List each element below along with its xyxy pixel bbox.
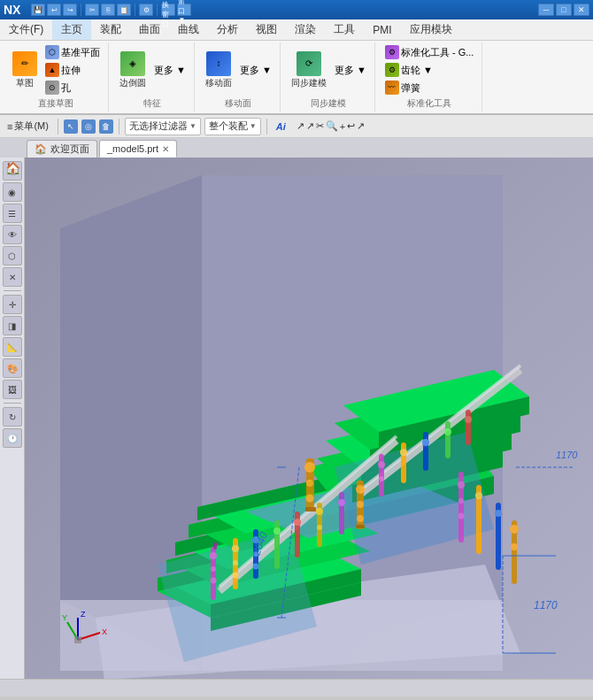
svg-point-48 — [253, 564, 259, 570]
3d-viewport-canvas: 2040 1170 1170 X Y Z — [25, 158, 593, 679]
undo-button[interactable]: ↩ — [47, 4, 61, 16]
sketch-icon: ✏ — [12, 51, 37, 76]
filter-dropdown[interactable]: 无选择过滤器 ▼ — [125, 118, 201, 135]
svg-rect-56 — [339, 492, 344, 535]
scope-dropdown[interactable]: 整个装配 ▼ — [204, 118, 261, 135]
tab-welcome[interactable]: 🏠 欢迎页面 — [27, 140, 97, 158]
window-controls[interactable]: ─ □ ✕ — [538, 4, 589, 16]
sidebar-measure-button[interactable]: 📐 — [3, 337, 22, 357]
gear-button[interactable]: ⚙ 齿轮 ▼ — [382, 62, 477, 78]
hole-button[interactable]: ⊙ 孔 — [42, 80, 103, 96]
svg-point-52 — [294, 519, 301, 526]
sidebar-rotate-button[interactable]: ↻ — [3, 407, 22, 427]
svg-point-38 — [210, 552, 217, 559]
tab-model-close[interactable]: ✕ — [162, 144, 169, 154]
sidebar-visibility-button[interactable]: 👁 — [3, 225, 22, 244]
sketch-button[interactable]: ✏ 草图 — [9, 50, 41, 91]
menu-assembly[interactable]: 装配 — [91, 19, 130, 40]
cut-button[interactable]: ✂ — [85, 4, 99, 16]
more3-button[interactable]: 更多 ▼ — [332, 63, 369, 78]
plane-label: 基准平面 — [61, 46, 100, 59]
svg-rect-51 — [295, 512, 300, 558]
filter-arrow: ▼ — [189, 122, 196, 130]
sidebar-wireframe-button[interactable]: ⬡ — [3, 246, 22, 265]
extrude-button[interactable]: ▲ 拉伸 — [42, 62, 103, 78]
minimize-button[interactable]: ─ — [538, 4, 554, 16]
ribbon-group-std: ⚙ 标准化工具 - G... ⚙ 齿轮 ▼ 〰 弹簧 标准化工具 — [377, 42, 483, 112]
toolbar: ≡ 菜单(M) ↖ ◎ 🗑 无选择过滤器 ▼ 整个装配 ▼ Ai ↗ ↗ ✂ 🔍… — [0, 115, 593, 138]
svg-point-80 — [458, 481, 465, 488]
move-icon: ↕ — [206, 51, 231, 76]
svg-text:Z: Z — [81, 610, 86, 619]
sidebar-close-button[interactable]: ✕ — [3, 267, 22, 287]
menu-appmodule[interactable]: 应用模块 — [401, 19, 461, 40]
menu-render[interactable]: 渲染 — [286, 19, 325, 40]
spring-button[interactable]: 〰 弹簧 — [382, 80, 477, 96]
sidebar-clock-button[interactable]: 🕐 — [3, 428, 22, 448]
maximize-button[interactable]: □ — [556, 4, 572, 16]
sidebar-section-button[interactable]: ◨ — [3, 316, 22, 335]
toolbar-separator-1 — [58, 119, 58, 135]
std-buttons: ⚙ 标准化工具 - G... ⚙ 齿轮 ▼ 〰 弹簧 — [382, 44, 477, 96]
toolbar-icon-2: ◎ — [81, 119, 96, 134]
view-controls[interactable]: ↗ ↗ ✂ 🔍 + ↩ ↗ — [293, 119, 368, 133]
paste-button[interactable]: 📋 — [117, 4, 131, 16]
svg-point-59 — [356, 485, 365, 494]
svg-point-69 — [422, 439, 429, 446]
tab-model[interactable]: _model5.prt ✕ — [99, 140, 177, 158]
std-tool-button[interactable]: ⚙ 标准化工具 - G... — [382, 44, 477, 60]
save-button[interactable]: 💾 — [31, 4, 45, 16]
copy-button[interactable]: ⎘ — [101, 4, 115, 16]
more2-button[interactable]: 更多 ▼ — [237, 63, 274, 78]
svg-point-40 — [211, 578, 217, 584]
sidebar-render-button[interactable]: 🖼 — [3, 380, 22, 399]
menu-view[interactable]: 视图 — [247, 19, 286, 40]
view-icon-4: 🔍 — [326, 120, 338, 132]
view-icon-7: ↗ — [357, 120, 365, 132]
svg-rect-66 — [401, 442, 406, 483]
more1-button[interactable]: 更多 ▼ — [151, 63, 189, 78]
hole-label: 孔 — [61, 81, 71, 95]
svg-point-42 — [232, 545, 239, 552]
viewport[interactable]: 2040 1170 1170 X Y Z — [25, 158, 593, 679]
window-button[interactable]: 窗口▼ — [177, 4, 191, 16]
sidebar-snap-button[interactable]: ✛ — [3, 295, 22, 314]
edge-round-button[interactable]: ◈ 边倒圆 — [116, 50, 150, 91]
title-toolbar[interactable]: 💾 ↩ ↪ ✂ ⎘ 📋 ⚙ 切换窗口 窗口▼ — [31, 4, 191, 16]
sidebar-layer-button[interactable]: ☰ — [3, 204, 22, 223]
sidebar-view-button[interactable]: ◉ — [3, 182, 22, 202]
extrude-label: 拉伸 — [61, 64, 81, 77]
svg-rect-72 — [466, 410, 471, 445]
edge-label: 边倒圆 — [119, 77, 146, 89]
close-button[interactable]: ✕ — [574, 4, 589, 16]
sidebar-appearance-button[interactable]: 🎨 — [3, 358, 22, 378]
menu-curve[interactable]: 曲线 — [169, 19, 208, 40]
menu-dropdown-button[interactable]: ≡ 菜单(M) — [4, 119, 52, 134]
sync-button[interactable]: ⟳ 同步建模 — [288, 50, 330, 91]
plane-icon: ⬡ — [45, 45, 59, 59]
svg-point-55 — [317, 525, 322, 530]
menu-analysis[interactable]: 分析 — [208, 19, 247, 40]
menu-home[interactable]: 主页 — [52, 19, 91, 40]
redo-button[interactable]: ↪ — [63, 4, 77, 16]
sketch-buttons: ✏ 草图 ⬡ 基准平面 ▲ 拉伸 ⊙ 孔 — [9, 44, 103, 96]
menu-tools[interactable]: 工具 — [325, 19, 364, 40]
settings-button[interactable]: ⚙ — [139, 4, 153, 16]
svg-point-57 — [338, 499, 345, 506]
ai-button[interactable]: Ai — [273, 120, 289, 133]
svg-point-89 — [511, 543, 518, 550]
toolbar-separator-3 — [266, 119, 267, 135]
move-face-button[interactable]: ↕ 移动面 — [202, 50, 235, 91]
menu-surface[interactable]: 曲面 — [130, 19, 169, 40]
svg-rect-78 — [305, 507, 316, 512]
svg-point-76 — [306, 480, 313, 487]
tab-welcome-icon: 🏠 — [35, 143, 47, 155]
title-bar: NX 💾 ↩ ↪ ✂ ⎘ 📋 ⚙ 切换窗口 窗口▼ ─ □ ✕ — [0, 0, 593, 19]
switch-window-button[interactable]: 切换窗口 — [161, 4, 175, 16]
plane-button[interactable]: ⬡ 基准平面 — [42, 44, 103, 60]
ribbon-group-sketch: ✏ 草图 ⬡ 基准平面 ▲ 拉伸 ⊙ 孔 — [4, 42, 109, 112]
filter-label: 无选择过滤器 — [129, 119, 188, 133]
svg-point-73 — [465, 416, 472, 423]
menu-pmi[interactable]: PMI — [364, 19, 400, 40]
menu-file[interactable]: 文件(F) — [0, 19, 52, 40]
